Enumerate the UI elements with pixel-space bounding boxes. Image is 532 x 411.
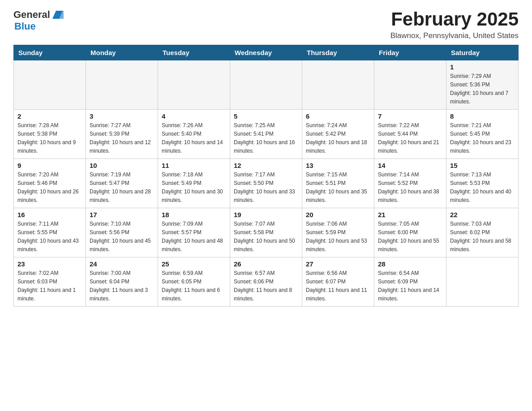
day-info: Sunrise: 7:28 AMSunset: 5:38 PMDaylight:… [17, 122, 76, 154]
day-number: 22 [450, 211, 515, 218]
day-number: 1 [450, 63, 515, 71]
day-info: Sunrise: 7:13 AMSunset: 5:53 PMDaylight:… [450, 171, 511, 203]
header-saturday: Saturday [446, 45, 519, 60]
day-number: 24 [90, 260, 154, 268]
day-number: 14 [378, 162, 442, 169]
calendar-cell: 9Sunrise: 7:20 AMSunset: 5:46 PMDaylight… [14, 159, 86, 208]
day-info: Sunrise: 7:20 AMSunset: 5:46 PMDaylight:… [17, 171, 79, 203]
day-info: Sunrise: 7:02 AMSunset: 6:03 PMDaylight:… [17, 270, 76, 302]
day-number: 27 [306, 260, 370, 268]
calendar-cell: 10Sunrise: 7:19 AMSunset: 5:47 PMDayligh… [86, 159, 158, 208]
logo: General Blue [13, 9, 64, 32]
day-number: 18 [162, 211, 226, 218]
calendar-cell: 2Sunrise: 7:28 AMSunset: 5:38 PMDaylight… [14, 110, 86, 159]
day-number: 8 [450, 112, 515, 120]
day-info: Sunrise: 7:10 AMSunset: 5:56 PMDaylight:… [90, 221, 151, 253]
day-info: Sunrise: 7:29 AMSunset: 5:36 PMDaylight:… [450, 73, 508, 105]
day-number: 7 [378, 112, 442, 120]
calendar-cell: 28Sunrise: 6:54 AMSunset: 6:09 PMDayligh… [374, 257, 446, 307]
calendar-cell: 26Sunrise: 6:57 AMSunset: 6:06 PMDayligh… [230, 257, 302, 307]
day-info: Sunrise: 7:07 AMSunset: 5:58 PMDaylight:… [234, 221, 295, 253]
calendar-cell [302, 60, 374, 110]
calendar-week-4: 16Sunrise: 7:11 AMSunset: 5:55 PMDayligh… [14, 208, 519, 257]
calendar-cell: 7Sunrise: 7:22 AMSunset: 5:44 PMDaylight… [374, 110, 446, 159]
calendar-cell: 22Sunrise: 7:03 AMSunset: 6:02 PMDayligh… [446, 208, 519, 257]
calendar-cell: 27Sunrise: 6:56 AMSunset: 6:07 PMDayligh… [302, 257, 374, 307]
calendar-cell [230, 60, 302, 110]
calendar-cell: 14Sunrise: 7:14 AMSunset: 5:52 PMDayligh… [374, 159, 446, 208]
day-number: 17 [90, 211, 154, 218]
day-info: Sunrise: 7:09 AMSunset: 5:57 PMDaylight:… [162, 221, 223, 253]
day-number: 16 [17, 211, 82, 218]
calendar-cell [158, 60, 230, 110]
day-number: 3 [90, 112, 154, 120]
header-sunday: Sunday [14, 45, 86, 60]
day-info: Sunrise: 6:56 AMSunset: 6:07 PMDaylight:… [306, 270, 367, 302]
day-info: Sunrise: 6:57 AMSunset: 6:06 PMDaylight:… [234, 270, 292, 302]
day-info: Sunrise: 7:06 AMSunset: 5:59 PMDaylight:… [306, 221, 367, 253]
header-monday: Monday [86, 45, 158, 60]
day-info: Sunrise: 7:25 AMSunset: 5:41 PMDaylight:… [234, 122, 295, 154]
calendar-cell: 25Sunrise: 6:59 AMSunset: 6:05 PMDayligh… [158, 257, 230, 307]
page-header: General Blue February 2025 Blawnox, Penn… [13, 9, 519, 40]
day-info: Sunrise: 7:00 AMSunset: 6:04 PMDaylight:… [90, 270, 148, 302]
day-info: Sunrise: 6:59 AMSunset: 6:05 PMDaylight:… [162, 270, 220, 302]
day-number: 4 [162, 112, 226, 120]
calendar-table: SundayMondayTuesdayWednesdayThursdayFrid… [13, 45, 519, 307]
calendar-week-3: 9Sunrise: 7:20 AMSunset: 5:46 PMDaylight… [14, 159, 519, 208]
day-number: 2 [17, 112, 82, 120]
day-info: Sunrise: 6:54 AMSunset: 6:09 PMDaylight:… [378, 270, 439, 302]
location: Blawnox, Pennsylvania, United States [390, 31, 519, 40]
calendar-week-1: 1Sunrise: 7:29 AMSunset: 5:36 PMDaylight… [14, 60, 519, 110]
day-number: 6 [306, 112, 370, 120]
day-number: 23 [17, 260, 82, 268]
calendar-cell: 21Sunrise: 7:05 AMSunset: 6:00 PMDayligh… [374, 208, 446, 257]
day-number: 21 [378, 211, 442, 218]
day-info: Sunrise: 7:11 AMSunset: 5:55 PMDaylight:… [17, 221, 79, 253]
logo-general-text: General [13, 9, 50, 21]
header-friday: Friday [374, 45, 446, 60]
calendar-cell: 18Sunrise: 7:09 AMSunset: 5:57 PMDayligh… [158, 208, 230, 257]
day-number: 15 [450, 162, 515, 169]
day-number: 9 [17, 162, 82, 169]
calendar-cell: 19Sunrise: 7:07 AMSunset: 5:58 PMDayligh… [230, 208, 302, 257]
day-info: Sunrise: 7:18 AMSunset: 5:49 PMDaylight:… [162, 171, 223, 203]
calendar-cell: 24Sunrise: 7:00 AMSunset: 6:04 PMDayligh… [86, 257, 158, 307]
day-info: Sunrise: 7:19 AMSunset: 5:47 PMDaylight:… [90, 171, 151, 203]
calendar-cell: 16Sunrise: 7:11 AMSunset: 5:55 PMDayligh… [14, 208, 86, 257]
calendar-cell: 13Sunrise: 7:15 AMSunset: 5:51 PMDayligh… [302, 159, 374, 208]
month-title: February 2025 [390, 9, 519, 30]
calendar-cell: 11Sunrise: 7:18 AMSunset: 5:49 PMDayligh… [158, 159, 230, 208]
day-info: Sunrise: 7:27 AMSunset: 5:39 PMDaylight:… [90, 122, 151, 154]
header-wednesday: Wednesday [230, 45, 302, 60]
day-number: 28 [378, 260, 442, 268]
day-info: Sunrise: 7:22 AMSunset: 5:44 PMDaylight:… [378, 122, 439, 154]
calendar-cell: 1Sunrise: 7:29 AMSunset: 5:36 PMDaylight… [446, 60, 519, 110]
day-number: 26 [234, 260, 298, 268]
calendar-cell: 4Sunrise: 7:26 AMSunset: 5:40 PMDaylight… [158, 110, 230, 159]
calendar-cell: 15Sunrise: 7:13 AMSunset: 5:53 PMDayligh… [446, 159, 519, 208]
calendar-header-row: SundayMondayTuesdayWednesdayThursdayFrid… [14, 45, 519, 60]
calendar-cell [374, 60, 446, 110]
day-info: Sunrise: 7:24 AMSunset: 5:42 PMDaylight:… [306, 122, 367, 154]
day-info: Sunrise: 7:26 AMSunset: 5:40 PMDaylight:… [162, 122, 223, 154]
day-number: 19 [234, 211, 298, 218]
calendar-cell [14, 60, 86, 110]
calendar-cell: 3Sunrise: 7:27 AMSunset: 5:39 PMDaylight… [86, 110, 158, 159]
day-number: 20 [306, 211, 370, 218]
day-info: Sunrise: 7:17 AMSunset: 5:50 PMDaylight:… [234, 171, 295, 203]
calendar-cell: 8Sunrise: 7:21 AMSunset: 5:45 PMDaylight… [446, 110, 519, 159]
day-number: 12 [234, 162, 298, 169]
day-info: Sunrise: 7:03 AMSunset: 6:02 PMDaylight:… [450, 221, 511, 253]
day-info: Sunrise: 7:15 AMSunset: 5:51 PMDaylight:… [306, 171, 367, 203]
calendar-cell: 23Sunrise: 7:02 AMSunset: 6:03 PMDayligh… [14, 257, 86, 307]
logo-blue-text: Blue [14, 21, 36, 32]
calendar-cell: 17Sunrise: 7:10 AMSunset: 5:56 PMDayligh… [86, 208, 158, 257]
header-tuesday: Tuesday [158, 45, 230, 60]
logo-icon [50, 9, 64, 21]
day-number: 13 [306, 162, 370, 169]
calendar-cell: 20Sunrise: 7:06 AMSunset: 5:59 PMDayligh… [302, 208, 374, 257]
calendar-cell [446, 257, 519, 307]
title-block: February 2025 Blawnox, Pennsylvania, Uni… [390, 9, 519, 40]
calendar-cell [86, 60, 158, 110]
